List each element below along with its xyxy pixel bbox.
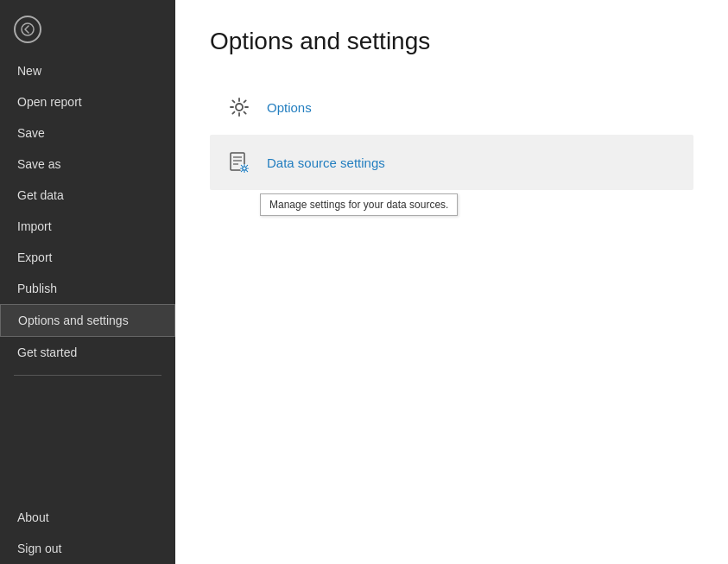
page-title: Options and settings (210, 28, 693, 55)
options-row[interactable]: Options (210, 79, 693, 135)
options-label: Options (267, 100, 312, 115)
back-button[interactable] (0, 0, 175, 52)
data-source-settings-label: Data source settings (267, 155, 385, 170)
sidebar-item-open-report[interactable]: Open report (0, 86, 175, 117)
svg-line-15 (247, 165, 248, 166)
gear-icon (224, 92, 255, 123)
sidebar-item-get-started[interactable]: Get started (0, 337, 175, 368)
sidebar-item-publish[interactable]: Publish (0, 273, 175, 304)
svg-line-14 (241, 171, 242, 172)
sidebar-divider (14, 375, 161, 376)
svg-line-13 (247, 171, 248, 172)
sidebar-item-get-data[interactable]: Get data (0, 180, 175, 211)
sidebar-nav: New Open report Save Save as Get data Im… (0, 52, 175, 502)
sidebar-item-options-and-settings[interactable]: Options and settings (0, 304, 175, 337)
data-source-settings-row[interactable]: Data source settings (210, 135, 693, 190)
svg-point-1 (236, 104, 243, 111)
tooltip-box: Manage settings for your data sources. (260, 193, 458, 216)
sidebar-item-import[interactable]: Import (0, 211, 175, 242)
main-content: Options and settings Options (175, 0, 728, 564)
sidebar-bottom: About Sign out (0, 502, 175, 564)
back-circle-icon[interactable] (14, 16, 41, 43)
sidebar-item-export[interactable]: Export (0, 242, 175, 273)
sidebar-item-sign-out[interactable]: Sign out (0, 533, 175, 564)
svg-line-12 (241, 165, 242, 166)
sidebar-item-new[interactable]: New (0, 55, 175, 86)
sidebar-item-save-as[interactable]: Save as (0, 149, 175, 180)
svg-point-0 (22, 23, 34, 35)
datasource-icon (224, 147, 255, 178)
sidebar: New Open report Save Save as Get data Im… (0, 0, 175, 564)
sidebar-item-save[interactable]: Save (0, 117, 175, 149)
sidebar-item-about[interactable]: About (0, 502, 175, 533)
